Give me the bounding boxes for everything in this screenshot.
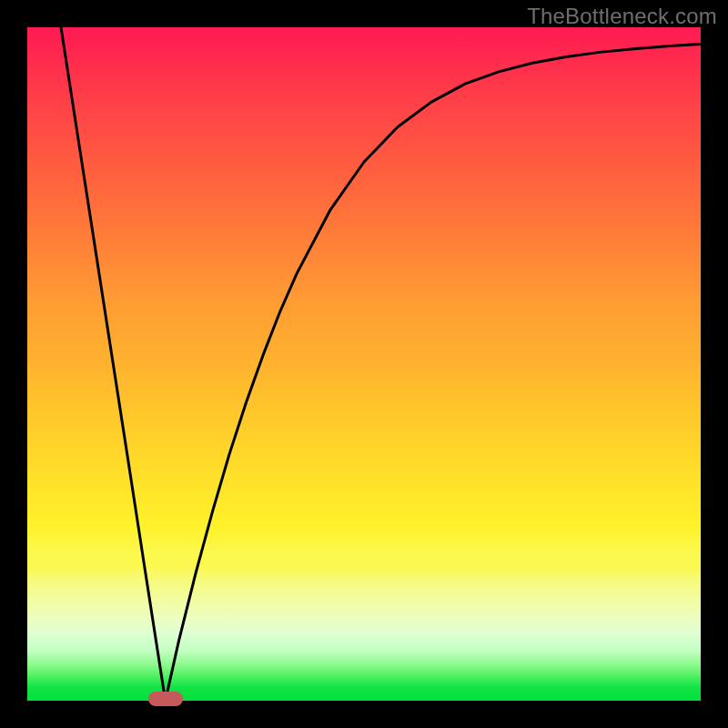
chart-frame: TheBottleneck.com: [0, 0, 728, 728]
curve-svg: [27, 27, 701, 701]
bottleneck-curve: [61, 27, 701, 701]
optimal-point-marker: [148, 692, 183, 706]
plot-area: [27, 27, 701, 701]
watermark-text: TheBottleneck.com: [527, 4, 717, 29]
